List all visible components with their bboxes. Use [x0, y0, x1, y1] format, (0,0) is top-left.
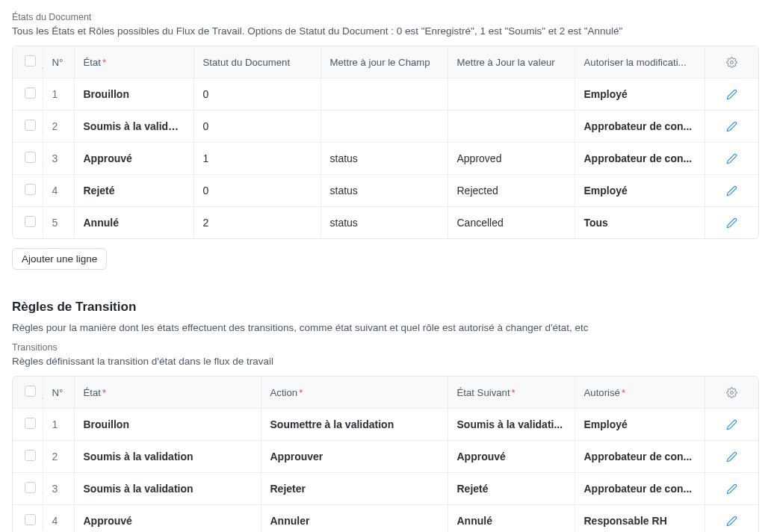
edit-row-cell[interactable]: [705, 473, 758, 505]
edit-icon[interactable]: [726, 451, 737, 463]
row-checkbox-cell[interactable]: [13, 143, 43, 175]
row-checkbox[interactable]: [25, 152, 36, 163]
row-checkbox-cell[interactable]: [13, 505, 43, 533]
cell-state[interactable]: Approuvé: [74, 505, 261, 533]
col-settings[interactable]: [705, 46, 758, 78]
edit-row-cell[interactable]: [705, 409, 758, 441]
row-checkbox-cell[interactable]: [13, 441, 43, 473]
row-checkbox[interactable]: [25, 418, 36, 429]
cell-update-field[interactable]: [321, 78, 448, 111]
edit-icon[interactable]: [726, 217, 737, 229]
cell-action[interactable]: Soumettre à la validation: [261, 409, 448, 441]
cell-doc-status[interactable]: 0: [193, 111, 321, 143]
cell-allow-edit[interactable]: Approbateur de con...: [575, 111, 705, 143]
table-row[interactable]: 4ApprouvéAnnulerAnnuléResponsable RH: [13, 505, 758, 533]
cell-allowed[interactable]: Employé: [575, 409, 705, 441]
cell-update-field[interactable]: [321, 111, 448, 143]
row-checkbox-cell[interactable]: [13, 78, 43, 111]
edit-icon[interactable]: [726, 88, 737, 100]
cell-update-value[interactable]: Approved: [448, 143, 575, 175]
cell-allowed[interactable]: Responsable RH: [575, 505, 705, 533]
edit-row-cell[interactable]: [705, 78, 758, 111]
cell-action[interactable]: Annuler: [261, 505, 448, 533]
edit-icon[interactable]: [726, 152, 737, 164]
edit-row-cell[interactable]: [705, 505, 758, 533]
row-checkbox[interactable]: [25, 184, 36, 195]
edit-icon[interactable]: [726, 418, 737, 430]
row-checkbox[interactable]: [25, 482, 36, 493]
table-row[interactable]: 2Soumis à la validati...0Approbateur de …: [13, 111, 758, 143]
edit-row-cell[interactable]: [705, 143, 758, 175]
row-checkbox[interactable]: [25, 450, 36, 461]
table-row[interactable]: 3Approuvé1statusApprovedApprobateur de c…: [13, 143, 758, 175]
cell-doc-status[interactable]: 0: [193, 175, 321, 207]
transitions-section-desc: Règles pour la manière dont les états ef…: [12, 322, 759, 333]
row-number: 2: [43, 111, 74, 143]
row-checkbox-cell[interactable]: [13, 111, 43, 143]
col-settings[interactable]: [705, 377, 758, 409]
cell-update-value[interactable]: Rejected: [448, 175, 575, 207]
row-checkbox-cell[interactable]: [13, 175, 43, 207]
cell-state[interactable]: Approuvé: [74, 143, 193, 175]
cell-doc-status[interactable]: 0: [193, 78, 321, 111]
edit-icon[interactable]: [726, 483, 737, 495]
cell-state[interactable]: Soumis à la validation: [74, 441, 261, 473]
gear-icon[interactable]: [726, 56, 737, 67]
table-row[interactable]: 3Soumis à la validationRejeterRejetéAppr…: [13, 473, 758, 505]
edit-icon[interactable]: [726, 185, 737, 197]
cell-action[interactable]: Approuver: [261, 441, 448, 473]
cell-update-field[interactable]: status: [321, 175, 448, 207]
table-row[interactable]: 1BrouillonSoumettre à la validationSoumi…: [13, 409, 758, 441]
gear-icon[interactable]: [726, 386, 737, 398]
cell-doc-status[interactable]: 1: [193, 143, 321, 175]
cell-state[interactable]: Annulé: [74, 207, 193, 239]
table-row[interactable]: 5Annulé2statusCancelledTous: [13, 207, 758, 239]
edit-row-cell[interactable]: [705, 111, 758, 143]
cell-allow-edit[interactable]: Tous: [575, 207, 705, 239]
cell-update-field[interactable]: status: [321, 207, 448, 239]
cell-next-state[interactable]: Rejeté: [448, 473, 575, 505]
row-checkbox[interactable]: [25, 120, 36, 131]
cell-allowed[interactable]: Approbateur de con...: [575, 473, 705, 505]
edit-icon[interactable]: [726, 515, 737, 527]
cell-action[interactable]: Rejeter: [261, 473, 448, 505]
cell-allowed[interactable]: Approbateur de con...: [575, 441, 705, 473]
row-checkbox[interactable]: [25, 514, 36, 525]
cell-state[interactable]: Soumis à la validation: [74, 473, 261, 505]
cell-state[interactable]: Brouillon: [74, 409, 261, 441]
table-row[interactable]: 4Rejeté0statusRejectedEmployé: [13, 175, 758, 207]
checkbox-header[interactable]: [13, 46, 43, 78]
cell-update-value[interactable]: [448, 111, 575, 143]
table-row[interactable]: 2Soumis à la validationApprouverApprouvé…: [13, 441, 758, 473]
transitions-table: N° État* Action* État Suivant* Autorisé*…: [12, 376, 759, 532]
edit-row-cell[interactable]: [705, 441, 758, 473]
cell-doc-status[interactable]: 2: [193, 207, 321, 239]
edit-row-cell[interactable]: [705, 175, 758, 207]
cell-next-state[interactable]: Approuvé: [448, 441, 575, 473]
cell-state[interactable]: Rejeté: [74, 175, 193, 207]
row-checkbox[interactable]: [25, 87, 36, 99]
cell-next-state[interactable]: Soumis à la validati...: [448, 409, 575, 441]
cell-state[interactable]: Soumis à la validati...: [74, 111, 193, 143]
table-row[interactable]: 1Brouillon0Employé: [13, 78, 758, 111]
cell-update-field[interactable]: status: [321, 143, 448, 175]
row-checkbox-cell[interactable]: [13, 207, 43, 239]
row-checkbox-cell[interactable]: [13, 409, 43, 441]
cell-allow-edit[interactable]: Employé: [575, 78, 705, 111]
edit-row-cell[interactable]: [705, 207, 758, 239]
select-all-checkbox[interactable]: [25, 55, 36, 66]
cell-update-value[interactable]: [448, 78, 575, 111]
row-checkbox-cell[interactable]: [13, 473, 43, 505]
cell-update-value[interactable]: Cancelled: [448, 207, 575, 239]
cell-next-state[interactable]: Annulé: [448, 505, 575, 533]
row-number: 5: [43, 207, 74, 239]
col-allow-edit: Autoriser la modificati...: [575, 46, 705, 78]
add-row-button-states[interactable]: Ajouter une ligne: [12, 248, 107, 270]
select-all-checkbox[interactable]: [25, 386, 36, 397]
checkbox-header[interactable]: [13, 377, 43, 409]
row-checkbox[interactable]: [25, 216, 36, 227]
cell-allow-edit[interactable]: Employé: [575, 175, 705, 207]
cell-state[interactable]: Brouillon: [74, 78, 193, 111]
edit-icon[interactable]: [726, 120, 737, 132]
cell-allow-edit[interactable]: Approbateur de con...: [575, 143, 705, 175]
